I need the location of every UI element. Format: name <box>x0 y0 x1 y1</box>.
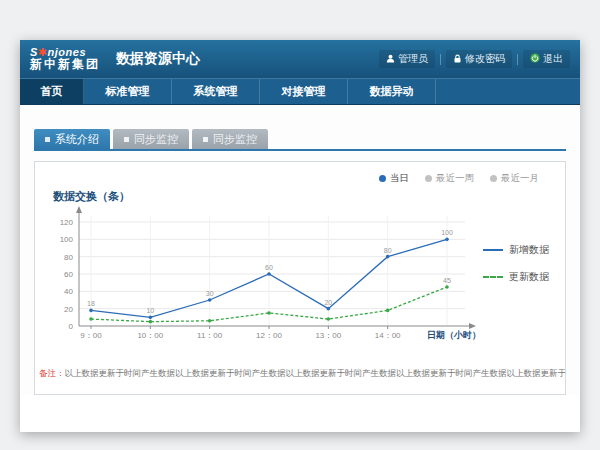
change-password-label: 修改密码 <box>465 52 505 66</box>
chart-column: 数据交换（条） 0204060801001209：0010：0011：0012：… <box>45 185 483 352</box>
line-chart: 0204060801001209：0010：0011：0012：0013：001… <box>45 204 483 352</box>
brand-logo: S✱njones 新中新集团 <box>30 46 100 72</box>
svg-text:0: 0 <box>69 322 74 331</box>
svg-text:18: 18 <box>87 300 95 307</box>
nav-item-interface-mgmt[interactable]: 对接管理 <box>260 79 348 104</box>
divider <box>517 54 518 65</box>
svg-text:10: 10 <box>146 307 154 314</box>
divider <box>440 54 441 65</box>
tab-sync-monitor-1[interactable]: 同步监控 <box>113 129 189 149</box>
power-icon <box>530 53 540 65</box>
main-nav: 首页 标准管理 系统管理 对接管理 数据异动 <box>20 78 580 105</box>
svg-text:30: 30 <box>206 290 214 297</box>
svg-text:60: 60 <box>265 264 273 271</box>
dashed-line-icon <box>483 276 503 278</box>
svg-text:11：00: 11：00 <box>197 331 223 340</box>
desktop-background: S✱njones 新中新集团 数据资源中心 管理员 修改密码 退出 <box>0 0 600 450</box>
svg-text:45: 45 <box>443 277 451 284</box>
logout-label: 退出 <box>543 52 563 66</box>
app-header: S✱njones 新中新集团 数据资源中心 管理员 修改密码 退出 <box>20 40 580 78</box>
svg-text:20: 20 <box>324 299 332 306</box>
nav-item-data-change[interactable]: 数据异动 <box>348 79 436 104</box>
page-title: 数据资源中心 <box>116 50 200 68</box>
legend-last-week[interactable]: 最近一周 <box>425 172 474 185</box>
app-window: S✱njones 新中新集团 数据资源中心 管理员 修改密码 退出 <box>20 40 580 432</box>
nav-item-system-mgmt[interactable]: 系统管理 <box>172 79 260 104</box>
svg-text:日期（小时）: 日期（小时） <box>427 330 481 340</box>
footnote: 备注：以上数据更新于时间产生数据以上数据更新于时间产生数据以上数据更新于时间产生… <box>35 368 565 380</box>
svg-text:13：00: 13：00 <box>315 331 341 340</box>
content-panel: 当日 最近一周 最近一月 数据交换（条） 0204060801001209：00… <box>34 161 566 395</box>
brand-star-icon: ✱ <box>38 46 48 58</box>
svg-text:40: 40 <box>64 287 73 296</box>
legend-last-month[interactable]: 最近一月 <box>490 172 539 185</box>
legend-updated-data-label: 更新数据 <box>509 270 549 284</box>
svg-text:14：00: 14：00 <box>375 331 401 340</box>
chart-title: 数据交换（条） <box>53 189 483 204</box>
tab-label: 同步监控 <box>213 132 257 147</box>
legend-dot-icon <box>490 175 497 182</box>
tab-label: 同步监控 <box>134 132 178 147</box>
legend-last-week-label: 最近一周 <box>436 172 474 185</box>
svg-text:100: 100 <box>60 235 74 244</box>
tab-label: 系统介绍 <box>55 132 99 147</box>
nav-item-standard-mgmt[interactable]: 标准管理 <box>84 79 172 104</box>
legend-dot-icon <box>425 175 432 182</box>
footnote-text: 以上数据更新于时间产生数据以上数据更新于时间产生数据以上数据更新于时间产生数据以… <box>65 368 566 378</box>
svg-text:80: 80 <box>64 253 73 262</box>
chart-area: 数据交换（条） 0204060801001209：0010：0011：0012：… <box>35 185 565 352</box>
user-menu-label: 管理员 <box>398 52 428 66</box>
svg-text:10：00: 10：00 <box>137 331 163 340</box>
svg-text:80: 80 <box>384 247 392 254</box>
header-actions: 管理员 修改密码 退出 <box>374 50 570 68</box>
svg-text:100: 100 <box>441 229 453 236</box>
legend-last-month-label: 最近一月 <box>501 172 539 185</box>
solid-line-icon <box>483 249 503 251</box>
nav-item-home[interactable]: 首页 <box>20 79 84 104</box>
chart-filter-legend: 当日 最近一周 最近一月 <box>35 162 565 185</box>
svg-text:120: 120 <box>60 218 74 227</box>
tab-system-intro[interactable]: 系统介绍 <box>34 129 110 149</box>
legend-new-data: 新增数据 <box>483 243 557 257</box>
svg-text:9：00: 9：00 <box>80 331 102 340</box>
footnote-label: 备注： <box>39 368 65 378</box>
user-menu[interactable]: 管理员 <box>379 50 435 68</box>
tab-icon <box>203 137 208 142</box>
lock-icon <box>453 54 462 65</box>
tab-bar: 系统介绍 同步监控 同步监控 <box>34 129 566 151</box>
logout-button[interactable]: 退出 <box>523 50 570 68</box>
legend-dot-icon <box>379 175 386 182</box>
legend-updated-data: 更新数据 <box>483 270 557 284</box>
svg-text:20: 20 <box>64 305 73 314</box>
tab-icon <box>45 137 50 142</box>
legend-today[interactable]: 当日 <box>379 172 409 185</box>
tab-icon <box>124 137 129 142</box>
brand-company-name: 新中新集团 <box>30 58 100 72</box>
svg-text:60: 60 <box>64 270 73 279</box>
svg-text:12：00: 12：00 <box>256 331 282 340</box>
series-legend: 新增数据 更新数据 <box>483 185 557 352</box>
change-password-button[interactable]: 修改密码 <box>446 50 512 68</box>
user-icon <box>386 54 395 65</box>
legend-today-label: 当日 <box>390 172 409 185</box>
legend-new-data-label: 新增数据 <box>509 243 549 257</box>
tab-sync-monitor-2[interactable]: 同步监控 <box>192 129 268 149</box>
main-content: 系统介绍 同步监控 同步监控 当日 <box>20 105 580 395</box>
